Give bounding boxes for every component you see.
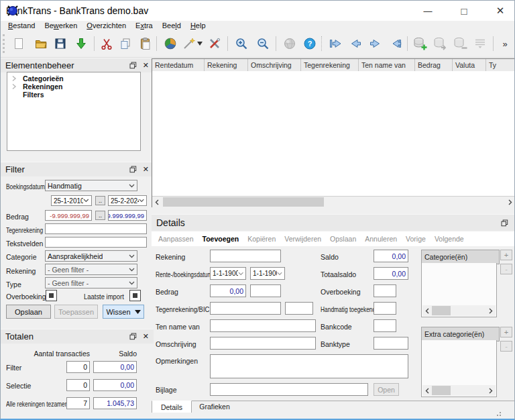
new-icon[interactable] bbox=[10, 35, 27, 52]
omschrijving-input[interactable] bbox=[210, 337, 316, 350]
rente-to-select[interactable]: 1-1-1900 bbox=[250, 267, 285, 280]
menu-item-extra[interactable]: Extra bbox=[131, 21, 158, 30]
tree-item-rekeningen[interactable]: Rekeningen bbox=[11, 83, 63, 91]
menu-item-overzichten[interactable]: Overzichten bbox=[82, 21, 131, 30]
toolbar-drag-handle[interactable] bbox=[3, 34, 7, 53]
saldo-input[interactable]: 0,00 bbox=[374, 250, 408, 262]
menu-item-bestand[interactable]: Bestand bbox=[3, 21, 40, 30]
tree-item-categorieen[interactable]: Categorieën bbox=[11, 74, 64, 83]
categorie-remove-button[interactable]: - bbox=[500, 264, 512, 274]
zoom-out-icon[interactable] bbox=[254, 35, 272, 52]
bedrag-detail-input[interactable]: 0,00 bbox=[210, 284, 246, 297]
rekening-filter-select[interactable]: - Geen filter - bbox=[45, 264, 137, 275]
rekening-input[interactable] bbox=[210, 250, 281, 262]
opmerkingen-textarea[interactable] bbox=[210, 354, 408, 378]
laatste-import-checkbox[interactable] bbox=[129, 290, 141, 301]
col-bedrag[interactable]: Bedrag bbox=[415, 59, 453, 71]
action-opslaan[interactable]: Opslaan bbox=[330, 235, 356, 243]
dock-close-icon[interactable]: ✕ bbox=[143, 333, 149, 340]
menu-item-help[interactable]: Help bbox=[186, 21, 211, 30]
totaalsaldo-input[interactable]: 0,00 bbox=[374, 267, 408, 280]
help-icon[interactable]: ? bbox=[301, 35, 319, 52]
tools-icon[interactable] bbox=[206, 35, 223, 52]
col-omschrijving[interactable]: Omschrijving bbox=[248, 59, 301, 71]
action-toevoegen[interactable]: Toevoegen bbox=[203, 235, 239, 243]
action-kopieren[interactable]: Kopiëren bbox=[247, 235, 276, 243]
float-icon[interactable] bbox=[129, 333, 137, 340]
bedrag-max-input[interactable]: 9.999.999,99 bbox=[108, 210, 147, 221]
dock-close-icon[interactable]: ✕ bbox=[143, 62, 149, 69]
bedrag-min-input[interactable]: -9.999.999,99 bbox=[45, 210, 92, 221]
scroll-left-icon[interactable] bbox=[422, 305, 433, 316]
minimize-button[interactable]: — bbox=[412, 1, 443, 21]
close-button[interactable]: ✕ bbox=[485, 1, 515, 21]
scroll-left-icon[interactable] bbox=[152, 197, 162, 207]
action-verwijderen[interactable]: Verwijderen bbox=[284, 235, 321, 243]
col-type[interactable]: Ty bbox=[486, 59, 515, 71]
table-body[interactable] bbox=[152, 71, 515, 196]
action-annuleren[interactable]: Annuleren bbox=[365, 235, 397, 243]
cut-icon[interactable] bbox=[98, 35, 115, 52]
table-hscrollbar[interactable] bbox=[152, 196, 515, 207]
bedrag-extra-input[interactable] bbox=[250, 284, 281, 297]
tab-details[interactable]: Details bbox=[152, 401, 192, 414]
extra-categorie-list[interactable] bbox=[421, 340, 497, 397]
float-icon[interactable] bbox=[129, 62, 137, 69]
bedrag-range-button[interactable]: .. bbox=[95, 211, 105, 220]
type-filter-select[interactable]: - Geen filter - bbox=[45, 277, 137, 288]
bijlage-input[interactable] bbox=[210, 383, 368, 396]
boekingsdatum-select[interactable]: Handmatig bbox=[45, 180, 137, 191]
col-rekening[interactable]: Rekening bbox=[205, 59, 248, 71]
open-button[interactable]: Open bbox=[374, 383, 399, 396]
nav-next-icon[interactable] bbox=[367, 35, 384, 52]
categorie-select[interactable]: Aansprakelijkheid bbox=[45, 250, 137, 262]
col-rentedatum[interactable]: Rentedatum bbox=[152, 59, 205, 71]
wissen-button[interactable]: Wissen bbox=[103, 305, 144, 319]
extra-categorie-hscrollbar[interactable] bbox=[422, 385, 496, 396]
scroll-right-icon[interactable] bbox=[485, 385, 496, 396]
save-icon[interactable] bbox=[52, 35, 69, 52]
opslaan-filter-button[interactable]: Opslaan bbox=[6, 305, 51, 319]
open-icon[interactable] bbox=[32, 35, 50, 52]
db-add-icon[interactable] bbox=[411, 35, 428, 52]
action-volgende[interactable]: Volgende bbox=[435, 235, 464, 243]
categorie-hscrollbar[interactable] bbox=[422, 305, 496, 316]
import-icon[interactable] bbox=[72, 35, 90, 52]
pie-chart-icon[interactable] bbox=[162, 35, 179, 52]
zoom-in-icon[interactable] bbox=[233, 35, 250, 52]
tab-grafieken[interactable]: Grafieken bbox=[193, 401, 236, 413]
scroll-thumb[interactable] bbox=[432, 386, 451, 395]
categorie-list[interactable] bbox=[421, 263, 497, 317]
float-icon[interactable] bbox=[129, 166, 137, 173]
tree-item-filters[interactable]: Filters bbox=[23, 91, 44, 99]
menu-item-bewerken[interactable]: Bewerken bbox=[40, 21, 82, 30]
bankcode-input[interactable] bbox=[374, 319, 396, 332]
float-icon[interactable] bbox=[501, 219, 508, 227]
scroll-left-icon[interactable] bbox=[422, 385, 433, 396]
tegenrekening-input[interactable] bbox=[45, 223, 147, 234]
nav-first-icon[interactable] bbox=[327, 35, 344, 52]
extra-categorie-add-button[interactable]: + bbox=[500, 327, 512, 337]
ten-name-van-input[interactable] bbox=[210, 319, 316, 332]
overboeking-checkbox[interactable] bbox=[46, 290, 57, 301]
extra-categorie-remove-button[interactable]: - bbox=[500, 341, 512, 352]
nav-previous-icon[interactable] bbox=[347, 35, 364, 52]
col-valuta[interactable]: Valuta bbox=[453, 59, 486, 71]
col-ten-name-van[interactable]: Ten name van bbox=[359, 59, 415, 71]
dock-close-icon[interactable]: ✕ bbox=[143, 166, 149, 173]
menu-item-beeld[interactable]: Beeld bbox=[158, 21, 186, 30]
maximize-button[interactable]: □ bbox=[449, 1, 479, 21]
col-tegenrekening[interactable]: Tegenrekening bbox=[301, 59, 359, 71]
tegenrekening-detail-input[interactable] bbox=[210, 302, 281, 315]
action-vorige[interactable]: Vorige bbox=[406, 235, 426, 243]
copy-icon[interactable] bbox=[117, 35, 134, 52]
overboeking-detail-input[interactable] bbox=[374, 284, 396, 297]
toolbar-overflow-icon[interactable]: » bbox=[498, 35, 512, 52]
bic-input[interactable] bbox=[285, 302, 313, 315]
paste-icon[interactable] bbox=[137, 35, 154, 52]
categorie-add-button[interactable]: + bbox=[500, 250, 512, 260]
rente-from-select[interactable]: 1-1-1900 bbox=[210, 267, 246, 280]
scroll-thumb[interactable] bbox=[432, 306, 451, 315]
date-to-select[interactable]: 25-2-2024 bbox=[108, 195, 147, 206]
date-from-select[interactable]: 25-1-2010 bbox=[51, 195, 92, 206]
